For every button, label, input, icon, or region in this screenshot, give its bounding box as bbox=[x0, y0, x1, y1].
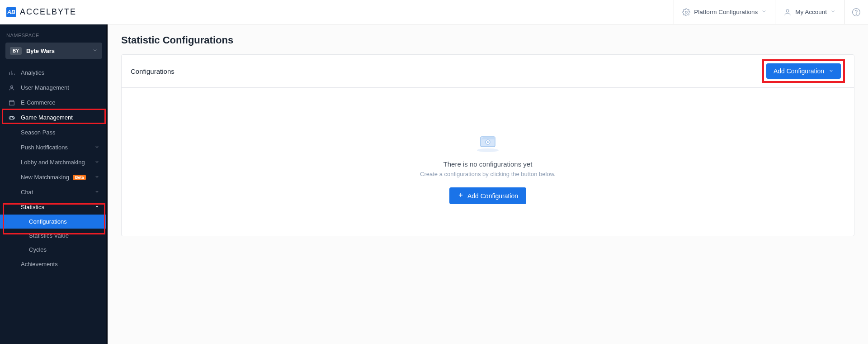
sidebar-item-achievements[interactable]: Achievements bbox=[0, 257, 108, 272]
sidebar-item-label: Statistics bbox=[21, 204, 44, 210]
chevron-down-icon bbox=[830, 9, 836, 15]
svg-rect-5 bbox=[9, 101, 14, 105]
sidebar-item-push-notifications[interactable]: Push Notifications bbox=[0, 140, 108, 155]
sidebar-item-label: User Management bbox=[21, 84, 69, 91]
chevron-down-icon bbox=[94, 174, 99, 181]
page-title: Statistic Configurations bbox=[108, 24, 868, 54]
brand-name: ACCELBYTE bbox=[20, 7, 76, 17]
chevron-down-icon bbox=[829, 67, 834, 75]
logo-mark-icon: AB bbox=[6, 7, 16, 17]
plus-icon bbox=[458, 192, 464, 200]
sidebar-item-label: Analytics bbox=[21, 69, 44, 76]
sidebar-item-label: Lobby and Matchmaking bbox=[21, 159, 85, 166]
sidebar-item-lobby-matchmaking[interactable]: Lobby and Matchmaking bbox=[0, 155, 108, 170]
svg-point-0 bbox=[685, 11, 688, 13]
sidebar-item-label: Configurations bbox=[29, 218, 67, 225]
sidebar-item-configurations[interactable]: Configurations bbox=[0, 215, 108, 229]
chevron-down-icon bbox=[761, 9, 767, 15]
platform-configurations-menu[interactable]: Platform Configurations bbox=[674, 0, 775, 24]
chevron-down-icon bbox=[94, 159, 99, 166]
user-icon bbox=[783, 8, 792, 16]
card-title: Configurations bbox=[131, 67, 175, 75]
chevron-up-icon bbox=[94, 204, 99, 210]
svg-point-12 bbox=[487, 141, 489, 143]
sidebar-item-label: Cycles bbox=[29, 246, 47, 253]
user-icon bbox=[8, 85, 15, 91]
namespace-badge: BY bbox=[10, 47, 22, 55]
analytics-icon bbox=[8, 70, 15, 76]
sidebar-item-label: Season Pass bbox=[21, 129, 56, 136]
svg-point-3 bbox=[856, 14, 856, 14]
highlight-annotation: Add Configuration bbox=[762, 59, 845, 83]
store-icon bbox=[8, 100, 15, 106]
brand-logo[interactable]: AB ACCELBYTE bbox=[0, 7, 76, 17]
sidebar-item-chat[interactable]: Chat bbox=[0, 185, 108, 200]
sidebar-item-statistics-value[interactable]: Statistics Value bbox=[0, 229, 108, 243]
chevron-down-icon bbox=[92, 47, 98, 55]
svg-point-1 bbox=[786, 10, 789, 12]
add-configuration-dropdown-button[interactable]: Add Configuration bbox=[766, 63, 841, 79]
platform-configurations-label: Platform Configurations bbox=[694, 9, 758, 15]
my-account-menu[interactable]: My Account bbox=[775, 0, 844, 24]
sidebar-item-game-management[interactable]: Game Management bbox=[0, 110, 108, 125]
button-label: Add Configuration bbox=[467, 192, 518, 200]
svg-point-9 bbox=[477, 148, 499, 152]
sidebar-item-new-matchmaking[interactable]: New Matchmaking Beta bbox=[0, 170, 108, 185]
empty-state-subtitle: Create a configurations by clicking the … bbox=[131, 171, 845, 177]
help-icon bbox=[852, 8, 861, 17]
svg-point-4 bbox=[11, 86, 13, 88]
my-account-label: My Account bbox=[795, 9, 827, 15]
add-configuration-button[interactable]: Add Configuration bbox=[449, 187, 526, 204]
sidebar-item-label: Push Notifications bbox=[21, 144, 68, 151]
controller-icon bbox=[8, 115, 15, 121]
sidebar-item-analytics[interactable]: Analytics bbox=[0, 65, 108, 80]
namespace-name: Byte Wars bbox=[26, 48, 92, 54]
sidebar-item-statistics[interactable]: Statistics bbox=[0, 200, 108, 215]
chevron-down-icon bbox=[94, 144, 99, 151]
sidebar-item-label: E-Commerce bbox=[21, 99, 56, 106]
configurations-card: Configurations Add Configuration bbox=[121, 54, 854, 236]
svg-point-8 bbox=[13, 118, 14, 118]
sidebar-item-season-pass[interactable]: Season Pass bbox=[0, 125, 108, 140]
namespace-selector[interactable]: BY Byte Wars bbox=[5, 43, 102, 59]
sidebar-item-cycles[interactable]: Cycles bbox=[0, 243, 108, 257]
sidebar-item-label: Achievements bbox=[21, 261, 58, 268]
sidebar-item-ecommerce[interactable]: E-Commerce bbox=[0, 95, 108, 110]
gear-icon bbox=[682, 8, 690, 16]
sidebar: NAMESPACE BY Byte Wars Analytics User Ma… bbox=[0, 0, 108, 344]
sidebar-item-label: Chat bbox=[21, 189, 33, 196]
sidebar-item-user-management[interactable]: User Management bbox=[0, 80, 108, 95]
sidebar-item-label: Statistics Value bbox=[29, 232, 69, 239]
sidebar-item-label: New Matchmaking bbox=[21, 174, 69, 181]
empty-state-title: There is no configurations yet bbox=[131, 160, 845, 168]
sidebar-item-label: Game Management bbox=[21, 114, 73, 121]
empty-folder-icon bbox=[475, 133, 500, 152]
help-button[interactable] bbox=[844, 0, 868, 24]
main-content: Statistic Configurations Configurations … bbox=[108, 0, 868, 344]
beta-badge: Beta bbox=[73, 175, 86, 180]
chevron-down-icon bbox=[94, 189, 99, 196]
namespace-label: NAMESPACE bbox=[0, 24, 108, 43]
empty-state: There is no configurations yet Create a … bbox=[122, 88, 854, 236]
button-label: Add Configuration bbox=[774, 67, 824, 75]
top-header: AB ACCELBYTE Platform Configurations My … bbox=[0, 0, 868, 24]
